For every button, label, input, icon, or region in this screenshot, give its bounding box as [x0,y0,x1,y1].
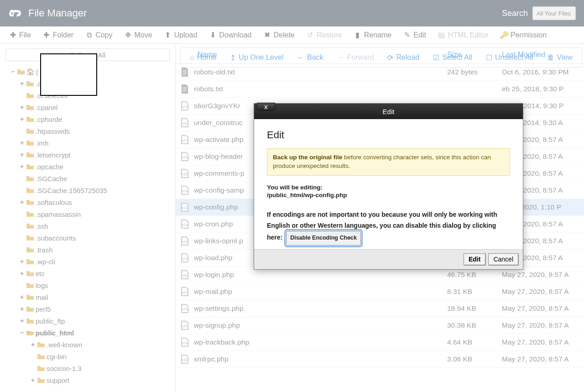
tree-item[interactable]: .subaccounts [10,232,175,244]
file-code-icon: </> [176,152,194,161]
html-editor-button[interactable]: ▤HTML Editor [433,29,494,41]
download-button[interactable]: ⬇Download [203,29,257,41]
folder-icon [26,235,34,241]
expand-icon[interactable]: + [19,115,25,123]
expand-icon[interactable]: + [19,199,25,206]
tree-item[interactable]: +etc [10,267,175,279]
svg-text:</>: </> [182,121,188,126]
copy-button[interactable]: ⧉Copy [80,29,118,41]
file-name: robots.txt [194,85,447,93]
tree-item[interactable]: .ssh [10,220,175,232]
edit-button[interactable]: ✎Edit [398,29,432,41]
table-row[interactable]: </>wp-trackback.php4.64 KBMay 27, 2020, … [176,334,584,351]
tree-item[interactable]: +support [10,374,175,386]
tree-item[interactable]: +public_ftp [10,315,175,327]
column-name[interactable]: Name [176,51,447,59]
expand-icon[interactable]: + [19,151,25,158]
tree-item[interactable]: socicon-1.3 [10,362,175,374]
table-row[interactable]: robots.txteb 25, 2018, 9:30 P [176,81,584,98]
move-button[interactable]: ✥Move [119,29,158,41]
file-size: 46.75 KB [447,271,502,279]
header-right: Search All Your Files [502,6,576,20]
new-file-label: File [19,31,31,39]
rename-button[interactable]: ▮Rename [349,29,397,41]
plus-icon: ✚ [9,31,16,39]
file-name: wp-mail.php [194,287,447,296]
tree-item[interactable]: .spamassassin [10,208,175,220]
search-scope-select[interactable]: All Your Files [532,6,576,20]
table-row[interactable]: </>wp-signup.php30.38 KBMay 27, 2020, 8:… [176,317,584,334]
collapse-icon[interactable]: − [10,68,16,75]
modal-close-button[interactable]: x [257,103,275,111]
tree-item[interactable]: +.well-known [10,339,175,350]
edit-modal: x Edit Edit Back up the original file be… [254,103,523,270]
expand-icon[interactable]: + [19,317,25,324]
expand-icon[interactable]: + [19,305,25,313]
expand-icon[interactable]: + [19,104,25,111]
file-modified: May 27, 2020, 8:57 A [502,338,584,346]
tree-item[interactable]: .trash [10,244,175,256]
rename-icon: ▮ [354,31,361,39]
plus-icon: ✚ [43,31,50,39]
tree-item[interactable]: +.letsencrypt [10,149,175,161]
pencil-icon: ✎ [403,31,411,39]
tree-item[interactable]: −public_html [10,327,175,339]
main-toolbar: ✚File ✚Folder ⧉Copy ✥Move ⬆Upload ⬇Downl… [0,26,584,44]
disable-encoding-check-button[interactable]: Disable Encoding Check [286,231,361,245]
tree-item[interactable]: .SGCache.1565725035 [10,184,175,196]
permissions-button[interactable]: 🔑Permission [495,29,552,41]
delete-button[interactable]: ✖Delete [258,29,300,41]
expand-icon[interactable]: − [19,329,25,336]
table-row[interactable]: </>xmlrpc.php3.06 KBMay 27, 2020, 8:57 A [176,351,584,368]
expand-icon[interactable]: + [19,293,25,301]
tree-item-label: .letsencrypt [36,151,71,159]
expand-icon[interactable]: + [19,258,25,265]
file-name: wp-settings.php [194,304,447,313]
new-folder-button[interactable]: ✚Folder [37,29,79,41]
table-row[interactable]: robots-old.txt242 bytesOct 6, 2016, 9:30… [176,64,584,81]
expand-icon[interactable]: + [19,139,25,146]
new-file-button[interactable]: ✚File [4,29,36,41]
tree-item[interactable]: +mail [10,291,175,303]
tree-item[interactable]: +.cpanel [10,101,175,113]
expand-icon[interactable]: + [30,341,36,348]
modal-cancel-button[interactable]: Cancel [488,253,518,265]
expand-icon[interactable]: + [19,163,25,170]
upload-icon: ⬆ [164,31,172,39]
svg-text:</>: </> [182,138,188,143]
editing-label: You will be editing: [267,184,510,191]
upload-button[interactable]: ⬆Upload [159,29,203,41]
tree-item[interactable]: +.wp-cli [10,256,175,267]
folder-tree-sidebar: Collapse All − 🏠 ( +.c.ci.selector+.cpan… [0,44,176,392]
tree-item[interactable]: logs [10,279,175,291]
file-name: xmlrpc.php [194,355,447,363]
tree-item[interactable]: +.imh [10,137,175,149]
column-size[interactable]: Size [447,51,502,59]
expand-icon[interactable]: + [30,376,36,384]
column-modified[interactable]: Last Modified [502,51,584,59]
tree-item[interactable]: +perl5 [10,303,175,315]
table-row[interactable]: </>wp-settings.php18.94 KBMay 27, 2020, … [176,300,584,317]
file-code-icon: </> [176,203,194,212]
tree-item[interactable]: +.opcache [10,161,175,172]
restore-button[interactable]: ↺Restore [301,29,348,41]
expand-icon[interactable]: + [19,270,25,277]
new-folder-label: Folder [53,31,73,39]
tree-item[interactable]: .htpasswds [10,125,175,137]
tree-item-label: public_html [36,329,74,337]
expand-icon[interactable]: + [19,80,25,87]
warning-box: Back up the original file before convert… [267,148,510,176]
restore-label: Restore [317,31,342,39]
file-code-icon: </> [176,321,194,330]
modal-edit-button[interactable]: Edit [464,253,485,265]
table-row[interactable]: </>wp-mail.php8.31 KBMay 27, 2020, 8:57 … [176,283,584,300]
tree-item[interactable]: +.softaculous [10,196,175,208]
svg-text:</>: </> [182,105,188,109]
file-name: wp-trackback.php [194,338,447,346]
tree-root-label: ( [36,68,38,76]
file-code-icon: </> [176,135,194,144]
folder-icon [37,365,45,371]
tree-item[interactable]: cgi-bin [10,350,175,362]
tree-item[interactable]: .SGCache [10,172,175,184]
tree-item[interactable]: +.cphorde [10,113,175,125]
